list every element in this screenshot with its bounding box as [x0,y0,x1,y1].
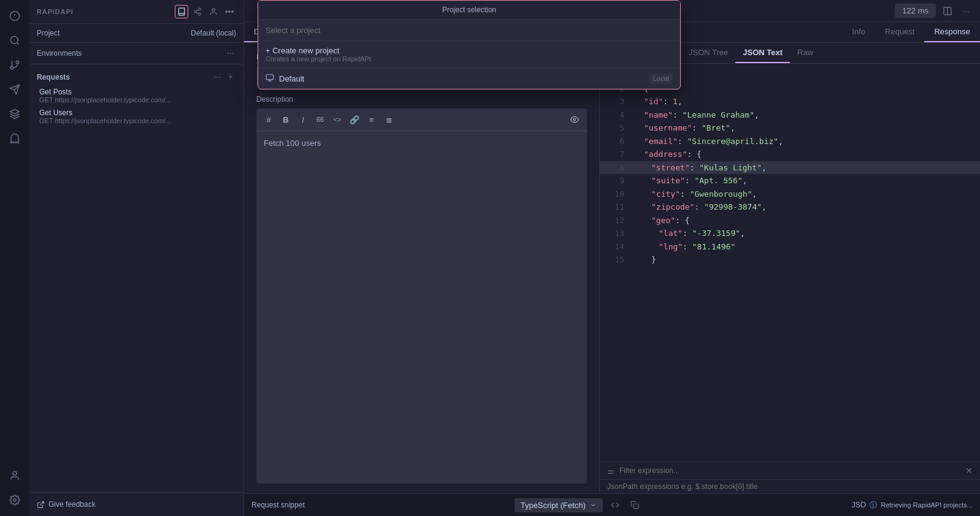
project-selection-modal[interactable]: Project selection + Create new project C… [258,0,681,89]
book-icon[interactable] [175,5,188,18]
response-tab-json-text[interactable]: JSON Text [735,43,790,63]
svg-rect-23 [634,504,638,509]
response-tab-json-tree[interactable]: JSON Tree [681,43,735,63]
filter-input[interactable] [619,466,960,475]
modal-create-subtitle: Creates a new project on RapidAPI [266,55,673,63]
sidebar-item-get-posts[interactable]: Get Posts GET https://jsonplaceholder.ty… [29,85,243,106]
editor-toolbar: # B I 66 <> 🔗 ≡ ≣ [256,108,587,131]
right-panel: Headers Text JSON Tree JSON Text Raw 1 [… [600,43,980,493]
activity-icon-user[interactable] [4,465,26,487]
description-label: Description [256,95,587,104]
svg-line-16 [196,12,199,13]
project-section: Project Default (local) [29,24,243,43]
environments-section: Environments ⋯ [29,43,243,64]
requests-add-icon[interactable]: + [225,72,236,83]
modal-default-item[interactable]: Default Local [258,68,680,89]
modal-search-input[interactable] [266,26,673,35]
sidebar-footer[interactable]: Give feedback [29,492,243,516]
toolbar-quote[interactable]: 66 [313,112,327,127]
requests-group-header[interactable]: Requests ⋯ + [29,69,243,85]
editor-content[interactable]: Fetch 100 users [256,131,587,484]
toolbar-right [567,112,582,127]
svg-point-6 [16,61,19,64]
svg-point-14 [194,10,197,13]
filter-expression-input[interactable] [607,482,973,491]
toolbar-italic[interactable]: I [296,112,310,127]
more-options-icon[interactable]: ··· [959,4,973,18]
rapidapi-logo: RAPIDAPI [37,8,74,15]
modal-title: Project selection [442,6,496,14]
filter-icon: ⚌ [607,466,614,476]
project-label: Project [37,29,59,37]
toolbar-ordered-list[interactable]: ≣ [381,112,396,127]
external-link-icon [37,501,45,509]
activity-icon-layers[interactable] [4,103,26,125]
user-icon[interactable] [207,5,220,18]
filter-close-icon[interactable]: ✕ [965,466,973,476]
svg-line-17 [196,10,199,11]
json-line-5: 5 "username": "Bret", [600,121,980,135]
environments-row: Environments ⋯ [37,48,236,59]
svg-point-7 [10,66,13,69]
monitor-icon [266,74,274,84]
info-icon: ⓘ [870,500,877,510]
sidebar: RAPIDAPI ••• Project Default [29,0,244,516]
activity-icon-branch[interactable] [4,54,26,76]
json-line-13: 13 "lat": "-37.3159", [600,227,980,240]
activity-icon-search[interactable] [4,29,26,51]
environments-actions: ⋯ [225,48,236,59]
requests-label: Requests [37,73,70,82]
json-line-6: 6 "email": "Sincere@april.biz", [600,135,980,148]
modal-create-new-item[interactable]: + Create new project Creates a new proje… [258,41,680,67]
json-viewer: 1 [ 2 { 3 "id": 1, 4 "name": "Leanne Gra… [600,64,980,461]
tab-response[interactable]: Response [924,22,980,42]
chevron-down-icon [589,501,597,509]
language-selector[interactable]: TypeScript (Fetch) [515,498,603,512]
description-section: Description # B I 66 <> 🔗 ≡ ≣ [244,95,599,493]
request-snippet-label: Request snippet [251,501,305,509]
modal-search [258,20,680,41]
sidebar-header: RAPIDAPI ••• [29,0,243,24]
share-icon[interactable] [191,5,204,18]
json-line-3: 3 "id": 1, [600,95,980,108]
sidebar-item-get-users[interactable]: Get Users GET https://jsonplaceholder.ty… [29,106,243,127]
activity-icon-send[interactable] [4,78,26,101]
project-value[interactable]: Default (local) [191,29,236,37]
get-posts-title: Get Posts [39,88,236,96]
activity-bar [0,0,29,516]
split-view-icon[interactable] [941,4,954,18]
svg-point-13 [199,8,201,10]
copy-icon[interactable] [627,498,642,512]
svg-line-4 [17,42,18,44]
activity-icon-ghost[interactable] [4,127,26,150]
code-icon[interactable] [608,498,622,512]
modal-default-content: Default [279,73,645,84]
bottom-bar-center: TypeScript (Fetch) [312,498,844,512]
modal-default-badge: Local [649,74,673,83]
dots-icon[interactable]: ••• [223,5,236,18]
tab-info[interactable]: Info [842,22,875,42]
requests-more-icon[interactable]: ⋯ [212,72,223,83]
json-line-10: 10 "city": "Gwenborough", [600,188,980,201]
json-line-12: 12 "geo": { [600,214,980,227]
toolbar-preview[interactable] [567,112,582,127]
description-editor: # B I 66 <> 🔗 ≡ ≣ [256,108,587,484]
toolbar-list[interactable]: ≡ [364,112,379,127]
svg-rect-24 [266,74,274,79]
activity-icon-home[interactable] [4,5,26,27]
language-label: TypeScript (Fetch) [521,501,586,510]
toolbar-link[interactable]: 🔗 [347,112,362,127]
response-tab-raw[interactable]: Raw [790,43,821,63]
toolbar-bold[interactable]: B [278,112,293,127]
json-line-4: 4 "name": "Leanne Graham", [600,108,980,122]
environments-label: Environments [37,49,82,58]
activity-bar-top [4,5,26,462]
toolbar-code[interactable]: <> [330,112,345,127]
filter-expression-bar [600,479,980,493]
sidebar-content: Requests ⋯ + Get Posts GET https://jsonp… [29,64,243,492]
toolbar-hash[interactable]: # [261,112,276,127]
get-users-subtitle: GET https://jsonplaceholder.typicode.com… [39,117,236,124]
tab-request[interactable]: Request [875,22,924,42]
environments-more-icon[interactable]: ⋯ [225,48,236,59]
activity-icon-settings[interactable] [4,489,26,511]
